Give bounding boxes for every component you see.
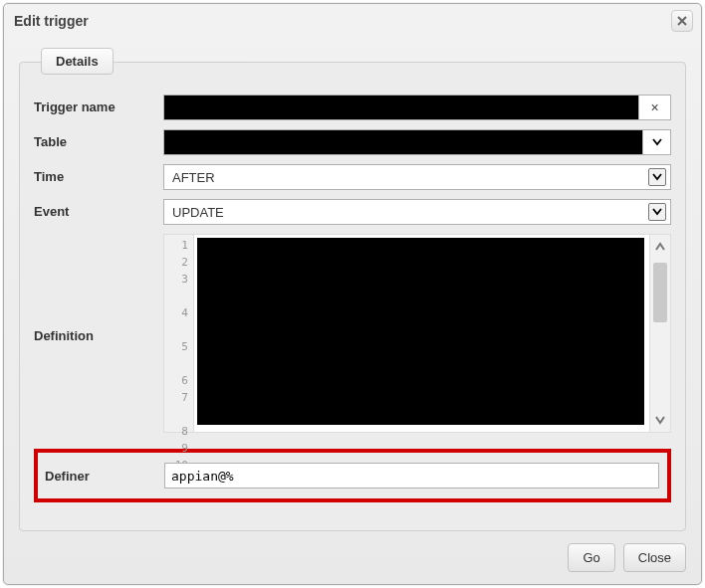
trigger-name-input[interactable] (163, 95, 639, 120)
chevron-down-icon (652, 208, 662, 216)
label-definition: Definition (34, 323, 163, 343)
chevron-down-icon (654, 415, 666, 425)
row-event: Event UPDATE (34, 199, 671, 225)
label-definer: Definer (45, 469, 164, 484)
event-select[interactable]: UPDATE (163, 199, 671, 225)
dialog-titlebar: Edit trigger (4, 4, 701, 42)
code-gutter: 1 2 3 4 5 6 7 8 9 10 11 (163, 234, 193, 433)
trigger-name-clear-button[interactable]: × (639, 95, 671, 120)
time-select[interactable]: AFTER (163, 164, 671, 190)
tab-details[interactable]: Details (41, 48, 114, 75)
table-dropdown-button[interactable] (643, 129, 671, 155)
time-select-value: AFTER (172, 170, 215, 185)
row-definition: Definition 1 2 3 4 5 6 7 8 9 10 11 (34, 234, 671, 433)
row-definer-highlighted: Definer (34, 449, 671, 502)
details-panel: Trigger name × Table (19, 62, 686, 531)
definer-input[interactable] (164, 463, 659, 489)
dialog-button-bar: Go Close (4, 533, 701, 584)
go-button[interactable]: Go (568, 543, 614, 572)
chevron-down-icon (652, 173, 662, 181)
scroll-down-button[interactable] (650, 408, 670, 432)
dialog-content: Details Trigger name × Table (4, 42, 701, 533)
label-trigger-name: Trigger name (34, 95, 163, 114)
row-trigger-name: Trigger name × (34, 95, 671, 120)
label-event: Event (34, 199, 163, 219)
time-dropdown-button[interactable] (648, 168, 666, 186)
chevron-up-icon (654, 242, 666, 252)
row-table: Table (34, 129, 671, 155)
close-button[interactable]: Close (623, 543, 686, 572)
row-time: Time AFTER (34, 164, 671, 190)
definition-redacted-content (197, 238, 644, 425)
dialog-title: Edit trigger (14, 13, 89, 29)
event-select-value: UPDATE (172, 205, 224, 220)
dialog-close-button[interactable] (671, 10, 693, 32)
definition-scrollbar[interactable] (649, 234, 671, 433)
chevron-down-icon (652, 138, 662, 146)
scroll-up-button[interactable] (650, 235, 670, 259)
close-icon (677, 16, 687, 26)
table-select[interactable] (163, 129, 643, 155)
edit-trigger-dialog: Edit trigger Details Trigger name × (3, 3, 702, 585)
label-table: Table (34, 129, 163, 149)
scroll-thumb[interactable] (653, 263, 667, 322)
clear-icon: × (650, 99, 658, 115)
definition-editor[interactable] (193, 234, 649, 433)
label-time: Time (34, 164, 163, 184)
event-dropdown-button[interactable] (648, 203, 666, 221)
